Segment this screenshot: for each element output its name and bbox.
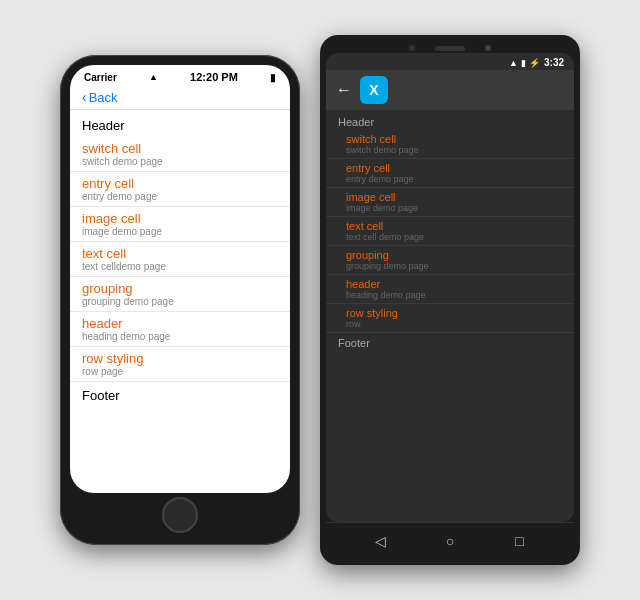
list-item[interactable]: row styling row [326,304,574,333]
list-item[interactable]: header heading demo page [326,275,574,304]
cell-title: row styling [82,351,278,366]
scene: Carrier ▲ 12:20 PM ▮ ‹ Back Header switc… [0,0,640,600]
iphone-screen: Carrier ▲ 12:20 PM ▮ ‹ Back Header switc… [70,65,290,493]
iphone-back-button[interactable]: ‹ Back [82,89,278,105]
iphone-list: Header switch cell switch demo page entr… [70,110,290,493]
cell-sub: image demo page [82,226,278,237]
android-app-icon-label: X [369,82,378,98]
cell-title: header [82,316,278,331]
iphone-device: Carrier ▲ 12:20 PM ▮ ‹ Back Header switc… [60,55,300,545]
iphone-battery-icon: ▮ [270,72,276,83]
android-camera-icon [409,45,415,51]
android-nav-bar: ◁ ○ □ [326,522,574,559]
android-section-header: Header [326,110,574,130]
iphone-section-header: Header [70,110,290,137]
cell-sub: grouping demo page [346,261,562,271]
cell-sub: grouping demo page [82,296,278,307]
iphone-time: 12:20 PM [190,71,238,83]
cell-sub: text cell demo page [346,232,562,242]
list-item[interactable]: switch cell switch demo page [70,137,290,172]
android-back-button[interactable]: ← [336,81,352,99]
list-item[interactable]: text cell text cell demo page [326,217,574,246]
cell-title: switch cell [82,141,278,156]
android-top-bar [326,41,574,53]
cell-sub: entry demo page [346,174,562,184]
list-item[interactable]: row styling row page [70,347,290,382]
list-item[interactable]: switch cell switch demo page [326,130,574,159]
cell-sub: switch demo page [82,156,278,167]
cell-sub: heading demo page [82,331,278,342]
android-device: ▲ ▮ ⚡ 3:32 ← X Header switch cell switch… [320,35,580,565]
android-speaker [435,46,465,51]
android-section-footer: Footer [326,333,574,353]
cell-title: image cell [346,191,562,203]
cell-title: entry cell [346,162,562,174]
cell-sub: row page [82,366,278,377]
cell-title: grouping [346,249,562,261]
android-signal-icon: ▮ [521,58,526,68]
android-home-nav-button[interactable]: ○ [440,531,460,551]
android-time: 3:32 [544,57,564,68]
cell-title: image cell [82,211,278,226]
iphone-back-label: Back [89,90,118,105]
cell-title: text cell [346,220,562,232]
android-toolbar: ← X [326,70,574,110]
cell-sub: entry demo page [82,191,278,202]
android-charge-icon: ⚡ [529,58,540,68]
android-sensor [485,45,491,51]
iphone-home-button[interactable] [162,497,198,533]
cell-title: text cell [82,246,278,261]
iphone-wifi-icon: ▲ [149,72,158,82]
list-item[interactable]: entry cell entry demo page [70,172,290,207]
cell-sub: heading demo page [346,290,562,300]
cell-sub: switch demo page [346,145,562,155]
android-screen: ▲ ▮ ⚡ 3:32 ← X Header switch cell switch… [326,53,574,522]
list-item[interactable]: image cell image demo page [326,188,574,217]
list-item[interactable]: grouping grouping demo page [70,277,290,312]
iphone-status-bar: Carrier ▲ 12:20 PM ▮ [70,65,290,85]
android-status-bar: ▲ ▮ ⚡ 3:32 [326,53,574,70]
iphone-section-footer: Footer [70,382,290,409]
cell-title: switch cell [346,133,562,145]
android-list: Header switch cell switch demo page entr… [326,110,574,522]
cell-title: grouping [82,281,278,296]
android-back-nav-button[interactable]: ◁ [371,531,391,551]
iphone-carrier: Carrier [84,72,117,83]
cell-sub: row [346,319,562,329]
android-wifi-icon: ▲ [509,58,518,68]
android-recent-nav-button[interactable]: □ [509,531,529,551]
cell-title: header [346,278,562,290]
cell-title: entry cell [82,176,278,191]
cell-sub: text celldemo page [82,261,278,272]
list-item[interactable]: image cell image demo page [70,207,290,242]
list-item[interactable]: header heading demo page [70,312,290,347]
iphone-back-chevron-icon: ‹ [82,89,87,105]
list-item[interactable]: entry cell entry demo page [326,159,574,188]
list-item[interactable]: text cell text celldemo page [70,242,290,277]
android-status-icons: ▲ ▮ ⚡ [509,58,540,68]
cell-title: row styling [346,307,562,319]
iphone-nav: ‹ Back [70,85,290,110]
list-item[interactable]: grouping grouping demo page [326,246,574,275]
android-app-icon: X [360,76,388,104]
cell-sub: image demo page [346,203,562,213]
